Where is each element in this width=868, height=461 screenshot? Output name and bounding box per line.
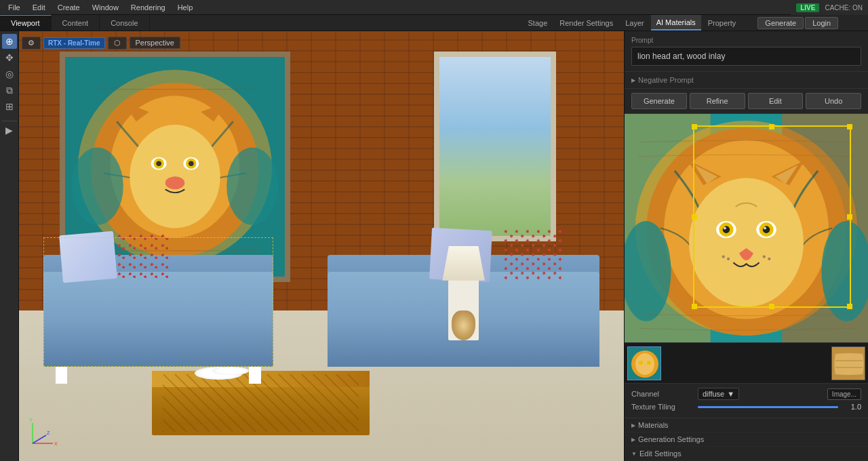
- menu-bar: File Edit Create Window Rendering Help L…: [0, 0, 868, 15]
- sel-handle-tm[interactable]: [769, 124, 774, 129]
- menu-rendering[interactable]: Rendering: [125, 2, 171, 13]
- cushion-1: [60, 231, 118, 283]
- svg-text:Y: Y: [29, 418, 33, 422]
- tool-move[interactable]: ⊕: [2, 34, 17, 49]
- sel-handle-br[interactable]: [847, 304, 852, 309]
- tool-play[interactable]: ▶: [2, 123, 17, 138]
- generated-lion-image: [625, 114, 868, 342]
- render-mode-btn[interactable]: ⬡: [108, 37, 127, 49]
- svg-point-20: [226, 147, 278, 224]
- coffee-table: [152, 371, 370, 435]
- menu-window[interactable]: Window: [87, 2, 124, 13]
- sofa-left-leg-1: [56, 367, 68, 384]
- sel-handle-rm[interactable]: [847, 214, 852, 220]
- negative-prompt-section: ▶ Negative Prompt: [625, 72, 868, 89]
- edit-settings-section: ▼ Edit Settings: [625, 447, 868, 461]
- generate-top-button[interactable]: Generate: [757, 17, 804, 29]
- menu-help[interactable]: Help: [172, 2, 199, 13]
- main-layout: ⊕ ✥ ◎ ⧉ ⊞ ▶ ⚙ RTX - Real-Time ⬡ Perspect…: [0, 31, 868, 461]
- menu-edit[interactable]: Edit: [27, 2, 51, 13]
- small-dish: [212, 367, 249, 376]
- edit-settings-label: Edit Settings: [639, 449, 682, 458]
- generated-image-area[interactable]: [625, 114, 868, 383]
- channel-label: Channel: [631, 390, 692, 398]
- svg-text:Z: Z: [47, 430, 50, 435]
- collapsible-sections: ▶ Materials ▶ Generation Settings ▼ Edit…: [625, 418, 868, 461]
- window: [434, 52, 556, 241]
- materials-label: Materials: [638, 421, 669, 429]
- thumbnail-2[interactable]: [831, 346, 865, 380]
- channel-row: Channel diffuse ▼ Image...: [631, 388, 861, 400]
- perspective-label: Perspective: [136, 39, 174, 47]
- sofa-left: [43, 272, 273, 366]
- prompt-section: Prompt lion head art, wood inlay: [625, 31, 868, 72]
- texture-tiling-slider[interactable]: [698, 406, 838, 408]
- sel-handle-bl[interactable]: [692, 304, 697, 309]
- sel-handle-bm[interactable]: [769, 304, 774, 309]
- viewport-toolbar: ⚙ RTX - Real-Time ⬡ Perspective: [22, 34, 621, 52]
- prompt-input[interactable]: lion head art, wood inlay: [631, 47, 861, 66]
- image-button[interactable]: Image...: [827, 388, 861, 400]
- tab-content[interactable]: Content: [52, 15, 100, 31]
- action-buttons: Generate Refine Edit Undo: [625, 89, 868, 114]
- sel-handle-tr[interactable]: [847, 124, 852, 129]
- tool-grid[interactable]: ⊞: [2, 99, 17, 114]
- generation-settings-toggle[interactable]: ▶ Generation Settings: [625, 433, 868, 446]
- negative-prompt-label: Negative Prompt: [638, 76, 694, 84]
- channel-value: diffuse: [703, 390, 724, 398]
- refine-button[interactable]: Refine: [690, 93, 745, 109]
- axis-indicator: X Y Z: [26, 416, 60, 450]
- tool-frame[interactable]: ⧉: [2, 83, 17, 98]
- menu-create[interactable]: Create: [52, 2, 85, 13]
- undo-button[interactable]: Undo: [806, 93, 861, 109]
- prompt-label: Prompt: [631, 37, 861, 44]
- texture-tiling-row: Texture Tiling 1.0: [631, 403, 861, 411]
- sel-handle-tl[interactable]: [692, 124, 697, 129]
- right-tab-stage[interactable]: Stage: [523, 15, 553, 31]
- tool-orbit[interactable]: ◎: [2, 66, 17, 81]
- svg-point-19: [72, 147, 123, 224]
- svg-point-16: [165, 176, 185, 189]
- menu-file[interactable]: File: [3, 2, 26, 13]
- camera-settings-btn[interactable]: ⚙: [22, 37, 41, 49]
- materials-toggle[interactable]: ▶ Materials: [625, 418, 868, 432]
- tool-select[interactable]: ✥: [2, 50, 17, 65]
- texture-tiling-label: Texture Tiling: [631, 403, 692, 411]
- right-tab-layer[interactable]: Layer: [620, 15, 650, 31]
- login-button[interactable]: Login: [805, 17, 838, 29]
- right-tab-render-settings[interactable]: Render Settings: [554, 15, 618, 31]
- selection-box: [693, 125, 851, 308]
- left-toolbar: ⊕ ✥ ◎ ⧉ ⊞ ▶: [0, 31, 19, 461]
- generation-settings-label: Generation Settings: [638, 435, 704, 443]
- cache-indicator: CACHE: ON: [825, 4, 863, 12]
- materials-triangle: ▶: [631, 422, 635, 428]
- tab-viewport[interactable]: Viewport: [0, 15, 52, 31]
- properties-section: Channel diffuse ▼ Image... Texture Tilin…: [625, 383, 868, 418]
- tab-console[interactable]: Console: [100, 15, 149, 31]
- thumbnail-strip: [625, 342, 868, 383]
- camera-icon: ⚙: [28, 39, 35, 47]
- texture-tiling-value: 1.0: [841, 403, 861, 411]
- perspective-btn[interactable]: Perspective: [130, 37, 180, 49]
- edit-button[interactable]: Edit: [748, 93, 804, 109]
- thumbnail-1[interactable]: [627, 346, 661, 380]
- right-panel: Prompt lion head art, wood inlay ▶ Negat…: [624, 31, 868, 461]
- rtx-badge: RTX - Real-Time: [43, 37, 105, 49]
- right-tab-property[interactable]: Property: [703, 15, 742, 31]
- viewport[interactable]: ⚙ RTX - Real-Time ⬡ Perspective: [19, 31, 624, 461]
- svg-point-59: [639, 361, 643, 365]
- channel-select[interactable]: diffuse ▼: [698, 388, 739, 400]
- edit-settings-triangle: ▼: [631, 451, 637, 457]
- sel-handle-lm[interactable]: [692, 214, 697, 220]
- live-indicator: LIVE: [796, 3, 819, 12]
- sofa-left-leg-2: [249, 367, 261, 384]
- scene-container: X Y Z: [19, 31, 624, 461]
- edit-settings-toggle[interactable]: ▼ Edit Settings: [625, 447, 868, 460]
- render-mode-icon: ⬡: [114, 39, 121, 47]
- thumbnail-2-image: [832, 347, 865, 380]
- materials-section: ▶ Materials: [625, 418, 868, 433]
- svg-point-15: [189, 161, 194, 166]
- negative-prompt-toggle[interactable]: ▶ Negative Prompt: [631, 75, 861, 85]
- generate-button[interactable]: Generate: [631, 93, 687, 109]
- right-tab-ai-materials[interactable]: AI Materials: [651, 15, 701, 31]
